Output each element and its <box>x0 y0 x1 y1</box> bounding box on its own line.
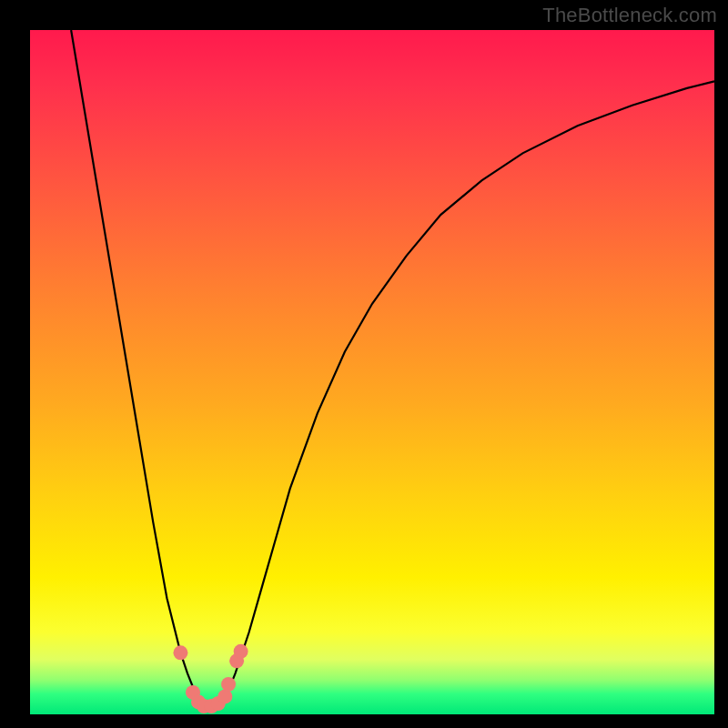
data-point-marker <box>221 677 236 692</box>
curve-layer <box>30 30 714 714</box>
data-point-marker <box>234 644 248 659</box>
watermark-text: TheBottleneck.com <box>542 4 717 27</box>
plot-area <box>30 30 714 714</box>
curve-markers <box>173 644 248 713</box>
chart-frame: TheBottleneck.com <box>0 0 728 728</box>
bottleneck-curve <box>71 30 714 706</box>
data-point-marker <box>173 645 187 660</box>
data-point-marker <box>217 689 232 703</box>
